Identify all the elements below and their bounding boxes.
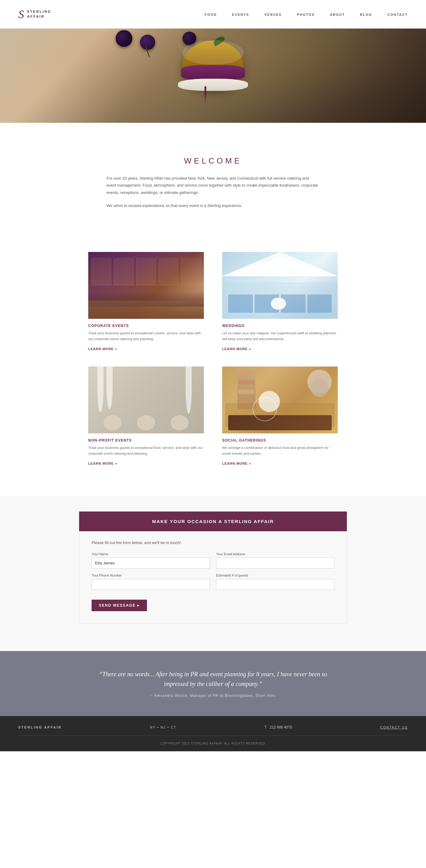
event-image-weddings xyxy=(222,252,338,319)
event-card-corporate: COPORATE EVENTS Treat your business gues… xyxy=(79,246,213,361)
testimonial-attribution: – Alexandra Wilson, Manager of PR at Blo… xyxy=(24,693,402,698)
nav-blog[interactable]: BLOG xyxy=(360,13,372,17)
nav-photos[interactable]: PHOTOS xyxy=(297,13,315,17)
welcome-section: WELCOME For over 20 years, Sterling Affa… xyxy=(0,123,426,237)
nav-about[interactable]: ABOUT xyxy=(330,13,345,17)
name-group: Your Name xyxy=(92,552,210,569)
phone-input[interactable] xyxy=(92,579,210,590)
logo-line2: AFFAIR xyxy=(27,14,51,19)
nav-contact[interactable]: CONTACT xyxy=(387,13,408,17)
email-input[interactable] xyxy=(216,558,334,569)
corporate-desc: Treat your business guests to exceptiona… xyxy=(88,330,204,342)
nav-events[interactable]: EVENTS xyxy=(232,13,249,17)
social-title: SOCIAL GATHERINGS xyxy=(222,438,338,442)
email-group: Your Email Address xyxy=(216,552,334,569)
social-desc: We arrange a combination of delicious fo… xyxy=(222,445,338,457)
events-section: COPORATE EVENTS Treat your business gues… xyxy=(0,237,426,496)
corporate-title: COPORATE EVENTS xyxy=(88,324,204,328)
welcome-paragraph2: We strive to exceed expectations so that… xyxy=(107,202,319,209)
nav-venues[interactable]: VENUES xyxy=(264,13,282,17)
phone-group: Your Phone Number xyxy=(92,574,210,590)
event-image-corporate xyxy=(88,252,204,319)
footer-copyright: COPYRIGHT 2013 STERLING AFFAIR. ALL RIGH… xyxy=(18,742,408,745)
hero-image xyxy=(0,29,426,123)
logo-s-icon: S xyxy=(18,8,24,21)
nav-food[interactable]: FOOD xyxy=(205,13,217,17)
event-image-social xyxy=(222,367,338,433)
navigation: S STERLING AFFAIR FOOD EVENTS VENUES PHO… xyxy=(0,0,426,29)
phone-t-label: T xyxy=(264,725,266,730)
nav-links: FOOD EVENTS VENUES PHOTOS ABOUT BLOG CON… xyxy=(205,11,408,17)
logo-line1: STERLING xyxy=(27,9,51,14)
nonprofit-title: NON-PROFIT EVENTS xyxy=(88,438,204,442)
email-label: Your Email Address xyxy=(216,552,334,556)
footer-states: NY • NJ • CT xyxy=(150,725,176,729)
guests-input[interactable] xyxy=(216,579,334,590)
event-card-social: SOCIAL GATHERINGS We arrange a combinati… xyxy=(213,361,347,475)
testimonial-section: “There are no words... After being in PR… xyxy=(0,651,426,716)
contact-form: Your Name Your Email Address Your Phone … xyxy=(92,552,334,611)
social-learn-more[interactable]: LEARN MORE xyxy=(222,462,251,465)
welcome-paragraph1: For over 20 years, Sterling Affair has p… xyxy=(107,175,319,196)
event-card-nonprofit: NON-PROFIT EVENTS Treat your business gu… xyxy=(79,361,213,475)
weddings-desc: Let us make your day magical. Our experi… xyxy=(222,330,338,342)
send-message-button[interactable]: SEND MESSAGE xyxy=(92,600,147,611)
nonprofit-learn-more[interactable]: LEARN MORE xyxy=(88,462,117,465)
phone-label: Your Phone Number xyxy=(92,574,210,577)
footer-contact-link[interactable]: CONTACT US xyxy=(380,725,408,729)
event-card-weddings: WEDDINGS Let us make your day magical. O… xyxy=(213,246,347,361)
nonprofit-desc: Treat your business guests to exceptiona… xyxy=(88,445,204,457)
testimonial-quote: “There are no words... After being in PR… xyxy=(91,669,335,689)
phone-number: 212 686 4075 xyxy=(269,725,292,730)
contact-banner: MAKE YOUR OCCASION A STERLING AFFAIR xyxy=(79,512,347,531)
welcome-title: WELCOME xyxy=(107,156,319,166)
corporate-learn-more[interactable]: LEARN MORE xyxy=(88,347,117,351)
form-intro: Please fill out the form below, and we'l… xyxy=(92,540,334,545)
guests-label: Estimated # of guests xyxy=(216,574,334,577)
weddings-learn-more[interactable]: LEARN MORE xyxy=(222,347,251,351)
footer: STERLING AFFAIR NY • NJ • CT T 212 686 4… xyxy=(0,716,426,751)
weddings-title: WEDDINGS xyxy=(222,324,338,328)
contact-section: MAKE YOUR OCCASION A STERLING AFFAIR Ple… xyxy=(0,496,426,651)
guests-group: Estimated # of guests xyxy=(216,574,334,590)
name-input[interactable] xyxy=(92,558,210,569)
event-image-nonprofit xyxy=(88,367,204,433)
footer-phone: T 212 686 4075 xyxy=(264,725,292,730)
logo[interactable]: S STERLING AFFAIR xyxy=(18,8,51,21)
footer-brand: STERLING AFFAIR xyxy=(18,725,62,729)
name-label: Your Name xyxy=(92,552,210,556)
